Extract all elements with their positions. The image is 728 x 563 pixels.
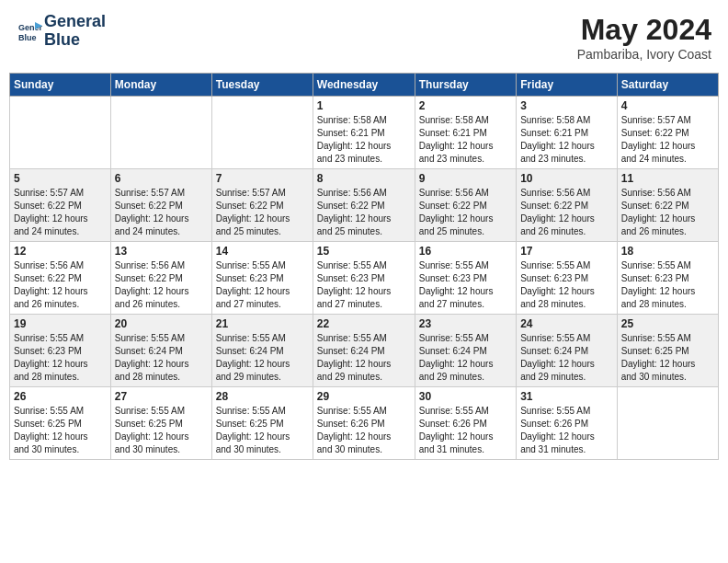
- day-number: 17: [520, 245, 613, 258]
- calendar-cell: 1Sunrise: 5:58 AMSunset: 6:21 PMDaylight…: [313, 97, 415, 169]
- day-info: Sunrise: 5:56 AMSunset: 6:22 PMDaylight:…: [520, 187, 613, 238]
- calendar-cell: 22Sunrise: 5:55 AMSunset: 6:24 PMDayligh…: [313, 315, 415, 387]
- day-number: 31: [520, 390, 613, 403]
- day-info: Sunrise: 5:58 AMSunset: 6:21 PMDaylight:…: [520, 114, 613, 166]
- day-info: Sunrise: 5:58 AMSunset: 6:21 PMDaylight:…: [419, 114, 512, 166]
- calendar-table: SundayMondayTuesdayWednesdayThursdayFrid…: [9, 73, 719, 460]
- day-number: 18: [621, 245, 714, 258]
- day-number: 14: [216, 245, 309, 258]
- day-info: Sunrise: 5:55 AMSunset: 6:26 PMDaylight:…: [520, 405, 613, 456]
- day-number: 2: [419, 99, 512, 112]
- day-number: 12: [14, 245, 107, 258]
- day-number: 22: [317, 317, 411, 330]
- logo: General Blue General Blue: [17, 13, 106, 50]
- day-info: Sunrise: 5:55 AMSunset: 6:23 PMDaylight:…: [520, 259, 613, 311]
- calendar-cell: [211, 97, 313, 169]
- calendar-week-row: 26Sunrise: 5:55 AMSunset: 6:25 PMDayligh…: [10, 387, 719, 460]
- day-info: Sunrise: 5:56 AMSunset: 6:22 PMDaylight:…: [115, 259, 208, 311]
- day-number: 1: [317, 99, 411, 112]
- calendar-cell: 12Sunrise: 5:56 AMSunset: 6:22 PMDayligh…: [10, 242, 111, 315]
- day-header-monday: Monday: [110, 74, 211, 97]
- day-info: Sunrise: 5:55 AMSunset: 6:24 PMDaylight:…: [115, 332, 208, 384]
- day-info: Sunrise: 5:55 AMSunset: 6:23 PMDaylight:…: [419, 259, 512, 311]
- day-info: Sunrise: 5:55 AMSunset: 6:24 PMDaylight:…: [216, 332, 309, 384]
- page-header: General Blue General Blue May 2024 Pamba…: [9, 9, 719, 65]
- calendar-cell: 7Sunrise: 5:57 AMSunset: 6:22 PMDaylight…: [211, 169, 313, 242]
- calendar-cell: 16Sunrise: 5:55 AMSunset: 6:23 PMDayligh…: [415, 242, 516, 315]
- day-number: 13: [115, 245, 208, 258]
- calendar-cell: 28Sunrise: 5:55 AMSunset: 6:25 PMDayligh…: [211, 387, 313, 460]
- day-number: 23: [419, 317, 512, 330]
- day-info: Sunrise: 5:55 AMSunset: 6:25 PMDaylight:…: [115, 405, 208, 456]
- day-info: Sunrise: 5:57 AMSunset: 6:22 PMDaylight:…: [115, 187, 208, 238]
- day-number: 19: [14, 317, 107, 330]
- day-info: Sunrise: 5:55 AMSunset: 6:24 PMDaylight:…: [317, 332, 411, 384]
- calendar-cell: [617, 387, 718, 460]
- day-info: Sunrise: 5:57 AMSunset: 6:22 PMDaylight:…: [621, 114, 714, 166]
- calendar-cell: 24Sunrise: 5:55 AMSunset: 6:24 PMDayligh…: [517, 315, 618, 387]
- day-info: Sunrise: 5:57 AMSunset: 6:22 PMDaylight:…: [216, 187, 309, 238]
- day-info: Sunrise: 5:56 AMSunset: 6:22 PMDaylight:…: [621, 187, 714, 238]
- calendar-week-row: 19Sunrise: 5:55 AMSunset: 6:23 PMDayligh…: [10, 315, 719, 387]
- day-info: Sunrise: 5:55 AMSunset: 6:23 PMDaylight:…: [14, 332, 107, 384]
- calendar-cell: 9Sunrise: 5:56 AMSunset: 6:22 PMDaylight…: [415, 169, 516, 242]
- calendar-cell: 17Sunrise: 5:55 AMSunset: 6:23 PMDayligh…: [517, 242, 618, 315]
- calendar-cell: 4Sunrise: 5:57 AMSunset: 6:22 PMDaylight…: [617, 97, 718, 169]
- day-number: 21: [216, 317, 309, 330]
- calendar-week-row: 1Sunrise: 5:58 AMSunset: 6:21 PMDaylight…: [10, 97, 719, 169]
- day-number: 29: [317, 390, 411, 403]
- day-number: 26: [14, 390, 107, 403]
- day-info: Sunrise: 5:55 AMSunset: 6:25 PMDaylight:…: [621, 332, 714, 384]
- day-number: 8: [317, 172, 411, 185]
- calendar-header: SundayMondayTuesdayWednesdayThursdayFrid…: [10, 74, 719, 97]
- calendar-cell: 6Sunrise: 5:57 AMSunset: 6:22 PMDaylight…: [110, 169, 211, 242]
- day-info: Sunrise: 5:58 AMSunset: 6:21 PMDaylight:…: [317, 114, 411, 166]
- day-info: Sunrise: 5:55 AMSunset: 6:25 PMDaylight:…: [216, 405, 309, 456]
- day-info: Sunrise: 5:57 AMSunset: 6:22 PMDaylight:…: [14, 187, 107, 238]
- day-number: 16: [419, 245, 512, 258]
- calendar-cell: 30Sunrise: 5:55 AMSunset: 6:26 PMDayligh…: [415, 387, 516, 460]
- calendar-cell: 20Sunrise: 5:55 AMSunset: 6:24 PMDayligh…: [110, 315, 211, 387]
- day-header-friday: Friday: [517, 74, 618, 97]
- location-subtitle: Pambariba, Ivory Coast: [577, 47, 711, 62]
- day-info: Sunrise: 5:56 AMSunset: 6:22 PMDaylight:…: [317, 187, 411, 238]
- day-header-row: SundayMondayTuesdayWednesdayThursdayFrid…: [10, 74, 719, 97]
- calendar-body: 1Sunrise: 5:58 AMSunset: 6:21 PMDaylight…: [10, 97, 719, 460]
- calendar-cell: 14Sunrise: 5:55 AMSunset: 6:23 PMDayligh…: [211, 242, 313, 315]
- calendar-cell: 25Sunrise: 5:55 AMSunset: 6:25 PMDayligh…: [617, 315, 718, 387]
- calendar-cell: 15Sunrise: 5:55 AMSunset: 6:23 PMDayligh…: [313, 242, 415, 315]
- day-info: Sunrise: 5:55 AMSunset: 6:23 PMDaylight:…: [317, 259, 411, 311]
- calendar-cell: 5Sunrise: 5:57 AMSunset: 6:22 PMDaylight…: [10, 169, 111, 242]
- day-number: 7: [216, 172, 309, 185]
- day-info: Sunrise: 5:55 AMSunset: 6:26 PMDaylight:…: [419, 405, 512, 456]
- calendar-week-row: 5Sunrise: 5:57 AMSunset: 6:22 PMDaylight…: [10, 169, 719, 242]
- day-number: 10: [520, 172, 613, 185]
- day-number: 11: [621, 172, 714, 185]
- day-header-tuesday: Tuesday: [211, 74, 313, 97]
- calendar-cell: 11Sunrise: 5:56 AMSunset: 6:22 PMDayligh…: [617, 169, 718, 242]
- calendar-cell: 31Sunrise: 5:55 AMSunset: 6:26 PMDayligh…: [517, 387, 618, 460]
- day-number: 25: [621, 317, 714, 330]
- day-info: Sunrise: 5:56 AMSunset: 6:22 PMDaylight:…: [419, 187, 512, 238]
- calendar-cell: 27Sunrise: 5:55 AMSunset: 6:25 PMDayligh…: [110, 387, 211, 460]
- calendar-cell: 2Sunrise: 5:58 AMSunset: 6:21 PMDaylight…: [415, 97, 516, 169]
- calendar-cell: 13Sunrise: 5:56 AMSunset: 6:22 PMDayligh…: [110, 242, 211, 315]
- day-number: 27: [115, 390, 208, 403]
- calendar-cell: 18Sunrise: 5:55 AMSunset: 6:23 PMDayligh…: [617, 242, 718, 315]
- day-info: Sunrise: 5:55 AMSunset: 6:25 PMDaylight:…: [14, 405, 107, 456]
- day-number: 28: [216, 390, 309, 403]
- calendar-cell: 10Sunrise: 5:56 AMSunset: 6:22 PMDayligh…: [517, 169, 618, 242]
- day-number: 3: [520, 99, 613, 112]
- calendar-cell: 26Sunrise: 5:55 AMSunset: 6:25 PMDayligh…: [10, 387, 111, 460]
- day-info: Sunrise: 5:56 AMSunset: 6:22 PMDaylight:…: [14, 259, 107, 311]
- day-number: 15: [317, 245, 411, 258]
- calendar-cell: 19Sunrise: 5:55 AMSunset: 6:23 PMDayligh…: [10, 315, 111, 387]
- day-info: Sunrise: 5:55 AMSunset: 6:23 PMDaylight:…: [216, 259, 309, 311]
- logo-text-line2: Blue: [44, 31, 106, 50]
- calendar-cell: 3Sunrise: 5:58 AMSunset: 6:21 PMDaylight…: [517, 97, 618, 169]
- day-number: 24: [520, 317, 613, 330]
- day-number: 5: [14, 172, 107, 185]
- day-number: 9: [419, 172, 512, 185]
- calendar-cell: [10, 97, 111, 169]
- svg-text:Blue: Blue: [18, 33, 37, 42]
